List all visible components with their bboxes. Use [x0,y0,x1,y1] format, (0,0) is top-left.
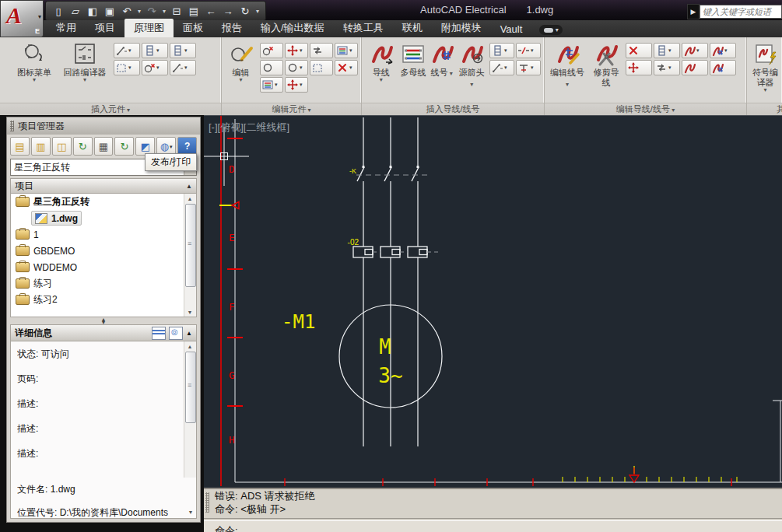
online-cloud-dropdown[interactable] [539,25,563,35]
scoot-button[interactable] [310,43,333,58]
insert-dashed-link-button[interactable] [142,60,168,75]
tree-item-project[interactable]: 练习2 [11,292,196,308]
tab-project[interactable]: 项目 [86,19,124,37]
wire-number-swap-button[interactable] [710,60,736,75]
source-arrow-button[interactable]: 源箭头 [458,40,486,89]
panel-footer-insert-wires[interactable]: 插入导线/线号 [362,103,544,116]
tree-item-project[interactable]: 1 [11,226,196,243]
tab-conversion-tools[interactable]: 转换工具 [334,19,393,37]
command-prompt[interactable]: 命令: [204,521,782,532]
tab-online[interactable]: 联机 [393,19,432,37]
insert-ladder-button[interactable] [489,43,514,58]
trim-wire-button[interactable]: 修剪导线 [590,40,622,88]
redo-dropdown-icon[interactable]: ▾ [161,8,167,15]
move-wire-number-button[interactable] [626,60,652,75]
panel-footer-insert-components[interactable]: 插入元件 [0,103,221,116]
update-component-button[interactable] [285,60,308,75]
tab-vault[interactable]: Vault [491,21,532,37]
scroll-up-icon[interactable]: ▲ [185,341,195,351]
tab-panel[interactable]: 面板 [174,19,212,37]
wire-button[interactable]: 导线 [365,40,397,82]
new-icon[interactable]: ▯ [51,4,66,18]
refresh-icon[interactable]: ↻ [73,137,93,156]
scroll-up-icon[interactable]: ▲ [185,194,195,203]
tree-item-project[interactable]: WDDEMO [11,259,196,275]
command-line-window[interactable]: 错误: ADS 请求被拒绝 命令: <极轴 开> 命令: [204,488,782,532]
details-section-header[interactable]: 详细信息 ▲ [10,324,197,341]
details-scrollbar[interactable]: ▲ [184,341,196,478]
drawing-list-refresh-icon[interactable]: ↻ [114,137,134,156]
palette-splitter[interactable]: ▲▼ [7,317,200,324]
copy-component-button[interactable] [260,60,283,75]
stretch-button[interactable] [310,60,333,75]
details-list-view-icon[interactable] [152,327,166,340]
dot-connection-button[interactable] [489,60,514,75]
insert-contact-button[interactable] [170,60,196,75]
open-icon[interactable]: ▱ [68,4,83,18]
project-wide-update-icon[interactable]: ▦ [94,137,114,156]
tab-home[interactable]: 常用 [47,19,86,37]
details-collapse-icon[interactable]: ▲ [186,330,192,337]
orbit-icon[interactable]: ↻ [237,4,253,18]
search-expand-icon[interactable]: ▶ [687,4,700,19]
drawing-canvas[interactable]: D E F G H [204,115,782,488]
insert-component-fan-button[interactable] [114,43,140,58]
insert-connector-button[interactable] [170,43,196,58]
details-scroll-down-icon[interactable]: ▼ [186,507,195,516]
tee-marker-button[interactable] [516,60,541,75]
attribute-button[interactable] [260,77,283,93]
tab-reports[interactable]: 报告 [212,19,251,37]
tab-schematic[interactable]: 原理图 [124,19,174,37]
erase-button[interactable] [335,60,358,75]
project-new-icon[interactable]: ▥ [31,137,51,156]
delete-component-button[interactable] [260,43,283,58]
move-component-button[interactable] [285,43,308,58]
details-preview-icon[interactable] [169,327,183,340]
circuit-builder-button[interactable]: 回路编译器 [59,40,110,82]
multiple-bus-button[interactable]: 多母线 [400,40,426,78]
tree-scrollbar[interactable]: ▲ ▼ [184,194,196,317]
insert-terminal-button[interactable] [114,60,140,75]
project-previous-icon[interactable]: ← [203,4,219,18]
tree-scroll-thumb[interactable] [185,204,196,287]
tree-item-project[interactable]: GBDEMO [11,243,196,259]
tree-item-project[interactable]: 星三角正反转 [11,194,196,210]
project-next-icon[interactable]: → [220,4,236,18]
plot-icon[interactable]: ⊟ [169,4,184,18]
edit-wire-number-button[interactable]: 编辑线号 [548,40,587,89]
align-button[interactable] [335,43,358,58]
viewport-controls-label[interactable]: [-][俯视][二维线框] [209,121,289,135]
save-icon[interactable]: ▣ [102,4,117,18]
palette-title[interactable]: 项目管理器 [7,117,200,135]
scroll-down-icon[interactable]: ▼ [185,307,195,317]
application-menu-button[interactable]: A E ▾ [0,0,44,37]
close-drawing-icon[interactable]: ◧ [85,4,100,18]
details-scroll-thumb[interactable] [185,352,196,423]
tree-item-drawing[interactable]: 1.dwg [11,210,196,226]
wire-edit-button[interactable] [682,43,708,58]
wire-check-button[interactable] [682,60,708,75]
projects-collapse-icon[interactable]: ▲ [186,183,192,190]
redo-icon[interactable]: ↷ [144,4,160,18]
sheetset-icon[interactable]: ▤ [186,4,202,18]
symbol-builder-button[interactable]: 符号编译器 [752,40,779,93]
panel-footer-edit-components[interactable]: 编辑元件 [222,103,361,116]
search-input[interactable] [700,5,782,19]
project-open-icon[interactable]: ▤ [10,137,30,156]
tab-addins[interactable]: 附加模块 [432,19,491,37]
edit-button[interactable]: 编辑 [225,40,257,82]
panel-footer-edit-wires[interactable]: 编辑导线/线号 [545,103,746,116]
tab-import-export[interactable]: 输入/输出数据 [251,19,334,37]
wire-number-down-button[interactable] [710,43,736,58]
project-task-icon[interactable]: ◫ [52,137,72,156]
ladder-add-button[interactable] [654,43,680,58]
qat-overflow-icon[interactable]: ▾ [254,8,261,15]
flip-wire-number-button[interactable] [654,60,680,75]
icon-menu-button[interactable]: 图标菜单 [12,40,56,82]
insert-plc-button[interactable] [142,43,168,58]
projects-section-header[interactable]: 项目 ▲ [10,178,197,194]
move-attribute-button[interactable] [285,77,308,93]
undo-icon[interactable]: ↶ [119,4,135,18]
wire-gap-button[interactable] [516,43,541,58]
tree-item-project[interactable]: 练习 [11,275,196,292]
